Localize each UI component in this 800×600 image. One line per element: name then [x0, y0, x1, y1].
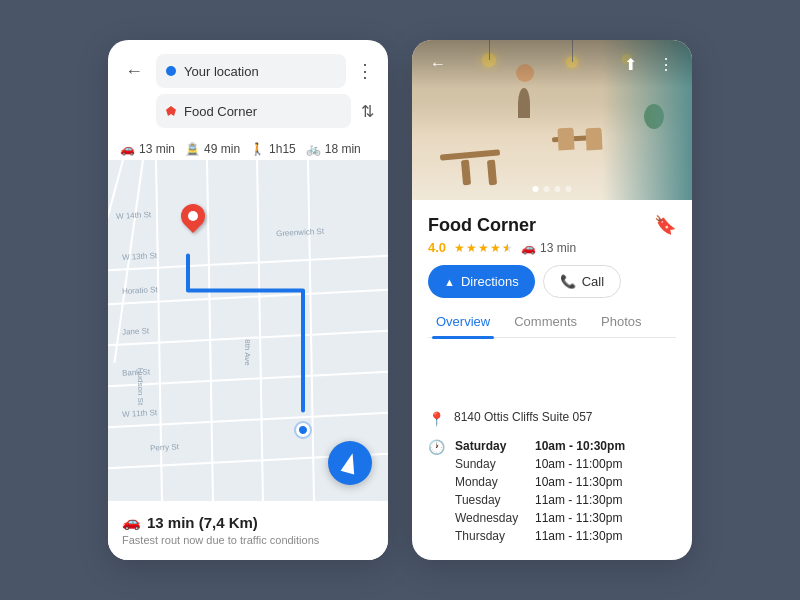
origin-field[interactable]: Your location: [156, 54, 346, 88]
place-image[interactable]: ← ⬆ ⋮: [412, 40, 692, 200]
drive-icon: 🚗: [120, 142, 135, 156]
hours-saturday: Saturday 10am - 10:30pm: [455, 437, 676, 455]
back-button[interactable]: ←: [120, 57, 148, 85]
phone-icon: 📞: [560, 274, 576, 289]
transport-transit[interactable]: 🚊 49 min: [185, 142, 240, 156]
chair-2: [585, 128, 602, 151]
time-tuesday: 11am - 11:30pm: [535, 491, 676, 509]
directions-header: ← Your location ⋮ Food Corner ⇅: [108, 40, 388, 136]
star-4: ★: [490, 241, 501, 255]
drive-time-small: 🚗 13 min: [521, 241, 576, 255]
chair-1: [557, 128, 574, 151]
hours-row: 🕐 Saturday 10am - 10:30pm Sunday 10am - …: [428, 432, 676, 550]
hours-monday: Monday 10am - 11:30pm: [455, 473, 676, 491]
map-view[interactable]: W 13th St Horatio St Jane St Bank St W 1…: [108, 160, 388, 501]
directions-label: Directions: [461, 274, 519, 289]
pin-head: [176, 199, 210, 233]
distance-main-label: 🚗 13 min (7,4 Km): [122, 513, 374, 531]
dot-1[interactable]: [533, 186, 539, 192]
walk-icon: 🚶: [250, 142, 265, 156]
day-thursday: Thursday: [455, 527, 535, 545]
star-5-half: ★★: [502, 241, 513, 255]
time-monday: 10am - 11:30pm: [535, 473, 676, 491]
dot-3[interactable]: [555, 186, 561, 192]
bike-time: 18 min: [325, 142, 361, 156]
hours-wednesday: Wednesday 11am - 11:30pm: [455, 509, 676, 527]
pin-inner: [188, 211, 198, 221]
place-details: 📍 8140 Ottis Cliffs Suite 057 🕐 Saturday…: [412, 395, 692, 560]
tab-photos[interactable]: Photos: [597, 308, 645, 337]
star-2: ★: [466, 241, 477, 255]
tab-comments[interactable]: Comments: [510, 308, 581, 337]
call-button[interactable]: 📞 Call: [543, 265, 621, 298]
car-icon: 🚗: [122, 513, 141, 531]
directions-button[interactable]: ▲ Directions: [428, 265, 535, 298]
transport-walk[interactable]: 🚶 1h15: [250, 142, 296, 156]
action-buttons: ▲ Directions 📞 Call: [428, 265, 676, 298]
distance-subtitle: Fastest rout now due to traffic conditio…: [122, 534, 374, 546]
star-3: ★: [478, 241, 489, 255]
car-icon-sm: 🚗: [521, 241, 536, 255]
hours-tuesday: Tuesday 11am - 11:30pm: [455, 491, 676, 509]
place-detail-card: ← ⬆ ⋮ Food Corner 🔖 4.0 ★ ★ ★ ★: [412, 40, 692, 560]
destination-text: Food Corner: [184, 104, 257, 119]
table-leg-2: [487, 160, 497, 186]
bookmark-icon[interactable]: 🔖: [654, 214, 676, 236]
hours-table: Saturday 10am - 10:30pm Sunday 10am - 11…: [455, 437, 676, 545]
rating-number: 4.0: [428, 240, 446, 255]
compass-button[interactable]: [328, 441, 372, 485]
place-tabs: Overview Comments Photos: [428, 308, 676, 338]
directions-card: ← Your location ⋮ Food Corner ⇅ 🚗 13 min…: [108, 40, 388, 560]
current-location-dot: [296, 423, 310, 437]
swap-button[interactable]: ⇅: [359, 102, 376, 121]
destination-field[interactable]: Food Corner: [156, 94, 351, 128]
tab-overview[interactable]: Overview: [432, 308, 494, 337]
origin-dot: [166, 66, 176, 76]
distance-info: 🚗 13 min (7,4 Km) Fastest rout now due t…: [108, 501, 388, 560]
time-saturday: 10am - 10:30pm: [535, 437, 676, 455]
time-wednesday: 11am - 11:30pm: [535, 509, 676, 527]
person-silhouette: [518, 88, 530, 118]
image-actions: ⬆ ⋮: [616, 50, 680, 78]
drive-time-text: 13 min: [540, 241, 576, 255]
walk-time: 1h15: [269, 142, 296, 156]
hours-sunday: Sunday 10am - 11:00pm: [455, 455, 676, 473]
place-name: Food Corner: [428, 215, 536, 236]
image-more-button[interactable]: ⋮: [652, 50, 680, 78]
place-meta: 4.0 ★ ★ ★ ★ ★★ 🚗 13 min: [428, 240, 676, 255]
day-saturday: Saturday: [455, 437, 535, 455]
transit-time: 49 min: [204, 142, 240, 156]
clock-icon: 🕐: [428, 439, 445, 455]
image-pagination: [533, 186, 572, 192]
compass-arrow-icon: [341, 452, 360, 475]
address-text: 8140 Ottis Cliffs Suite 057: [454, 410, 593, 424]
day-sunday: Sunday: [455, 455, 535, 473]
day-wednesday: Wednesday: [455, 509, 535, 527]
share-button[interactable]: ⬆: [616, 50, 644, 78]
call-label: Call: [582, 274, 604, 289]
image-back-button[interactable]: ←: [424, 50, 452, 78]
destination-dot: [166, 106, 176, 116]
dot-4[interactable]: [566, 186, 572, 192]
day-tuesday: Tuesday: [455, 491, 535, 509]
star-rating: ★ ★ ★ ★ ★★: [454, 241, 513, 255]
location-icon: 📍: [428, 411, 444, 427]
origin-text: Your location: [184, 64, 259, 79]
image-overlay: ← ⬆ ⋮: [412, 40, 692, 88]
distance-text: 13 min (7,4 Km): [147, 514, 258, 531]
bike-icon: 🚲: [306, 142, 321, 156]
transport-bike[interactable]: 🚲 18 min: [306, 142, 361, 156]
directions-nav-icon: ▲: [444, 276, 455, 288]
transport-options: 🚗 13 min 🚊 49 min 🚶 1h15 🚲 18 min: [108, 136, 388, 160]
transport-drive[interactable]: 🚗 13 min: [120, 142, 175, 156]
time-sunday: 10am - 11:00pm: [535, 455, 676, 473]
more-button[interactable]: ⋮: [354, 60, 376, 82]
transit-icon: 🚊: [185, 142, 200, 156]
address-row: 📍 8140 Ottis Cliffs Suite 057: [428, 405, 676, 432]
dot-2[interactable]: [544, 186, 550, 192]
hours-thursday: Thursday 11am - 11:30pm: [455, 527, 676, 545]
drive-time: 13 min: [139, 142, 175, 156]
day-monday: Monday: [455, 473, 535, 491]
place-info: Food Corner 🔖 4.0 ★ ★ ★ ★ ★★ 🚗 13 min ▲ …: [412, 200, 692, 395]
destination-pin: [181, 204, 205, 228]
